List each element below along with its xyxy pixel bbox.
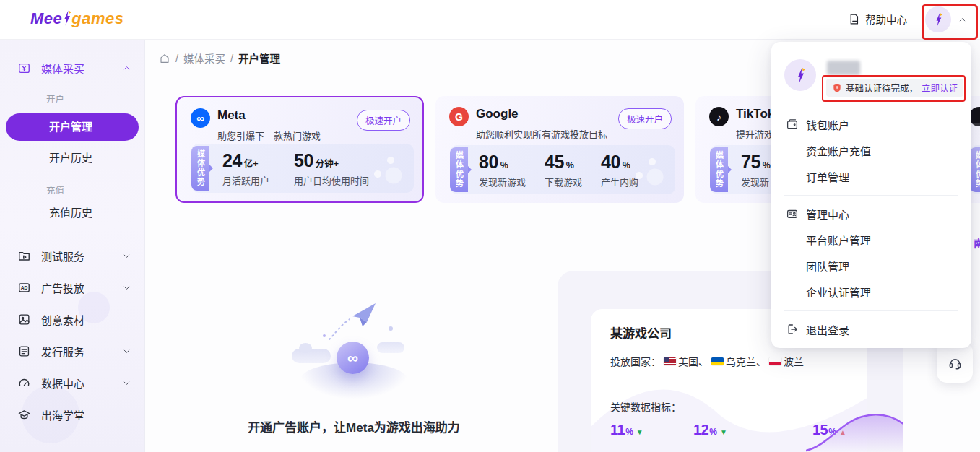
- stat-discover: 75% 发现新: [741, 152, 771, 188]
- stat-value: 80: [479, 152, 498, 173]
- sidebar-item-publishing-service[interactable]: 发行服务: [0, 335, 144, 367]
- stat-unit: %: [623, 160, 630, 170]
- stat-unit: 亿+: [244, 156, 259, 170]
- tag-label: 媒体优势: [195, 149, 207, 187]
- sidebar-item-ad-delivery[interactable]: AD 广告投放: [0, 271, 144, 303]
- shield-alert-icon: [832, 83, 842, 93]
- menu-item-label: 管理中心: [806, 207, 849, 222]
- sidebar-item-open-management[interactable]: 开户管理: [6, 113, 139, 141]
- wallet-icon: [786, 118, 799, 131]
- side-guide-tab[interactable]: 南: [974, 235, 980, 250]
- menu-item-label: 退出登录: [806, 322, 849, 337]
- flag-poland-icon: [769, 357, 781, 365]
- card-title: Google: [476, 107, 519, 121]
- metric-unit: %: [709, 427, 717, 437]
- sidebar-item-label: 广告投放: [41, 280, 84, 295]
- stat-label: 下载游戏: [545, 175, 582, 188]
- flag-us-icon: [664, 357, 676, 365]
- stat-discover: 80% 发现新游戏: [479, 152, 526, 188]
- menu-item-label: 钱包账户: [806, 117, 849, 132]
- media-advantage-band: 媒体优势 24亿+ 月活跃用户 50分钟+ 用户日均使用时间: [191, 144, 414, 193]
- brand-logo[interactable]: Mee games: [30, 9, 124, 29]
- platform-card-google[interactable]: G Google 助您顺利实现所有游戏投放目标 极速开户 媒体优势 80% 发现…: [435, 96, 684, 203]
- graduation-cap-icon: [17, 408, 31, 422]
- quick-open-account-button[interactable]: 极速开户: [357, 110, 410, 131]
- card-subtitle: 助您顺利实现所有游戏投放目标: [476, 127, 607, 141]
- tiktok-icon: ♪: [709, 107, 729, 126]
- country-name: 乌克兰、: [726, 354, 766, 368]
- media-buy-icon: [17, 61, 31, 75]
- metrics-label: 关键数据指标：: [610, 399, 681, 414]
- platform-card-meta[interactable]: ∞ Meta 助您引爆下一款热门游戏 极速开户 媒体优势 24亿+ 月活跃用户 …: [175, 96, 424, 203]
- sidebar-item-label: 测试服务: [41, 248, 84, 264]
- meta-icon: ∞: [191, 108, 210, 128]
- verify-now-link[interactable]: 立即认证: [922, 81, 958, 95]
- stat-value: 40: [601, 152, 620, 173]
- divider: [784, 108, 958, 108]
- home-icon[interactable]: [159, 53, 170, 64]
- sidebar-item-label: 出海学堂: [41, 407, 84, 422]
- sidebar-item-data-center[interactable]: 数据中心: [0, 367, 144, 399]
- cloud-icon: [292, 349, 331, 363]
- menu-item-wallet-account[interactable]: 钱包账户: [786, 111, 961, 137]
- stat-iap: 40% 产生内购: [601, 152, 638, 188]
- menu-item-order-management[interactable]: 订单管理: [806, 163, 961, 189]
- bolt-icon: [796, 66, 805, 85]
- menu-item-logout[interactable]: 退出登录: [786, 316, 961, 342]
- sidebar-item-test-service[interactable]: 测试服务: [0, 240, 144, 271]
- bolt-icon: [935, 12, 942, 27]
- breadcrumb-parent[interactable]: 媒体采买: [183, 51, 225, 66]
- sidebar-item-recharge-history[interactable]: 充值历史: [0, 199, 144, 227]
- chevron-down-icon: [122, 283, 131, 292]
- flag-ukraine-icon: [711, 357, 724, 365]
- sidebar: 媒体采买 开户 开户管理 开户历史 充值 充值历史 测试服务 AD 广告投放: [0, 39, 145, 452]
- help-center-label: 帮助中心: [865, 12, 907, 27]
- breadcrumb: / 媒体采买 / 开户管理: [159, 51, 280, 66]
- card-title: Meta: [217, 108, 246, 123]
- sidebar-item-overseas-academy[interactable]: 出海学堂: [0, 399, 144, 430]
- stat-download: 45% 下载游戏: [545, 152, 582, 188]
- chevron-down-icon: [122, 347, 131, 356]
- card-title: TikTok: [736, 107, 774, 121]
- divider: [784, 195, 958, 196]
- verification-notice-text: 基础认证待完成，: [846, 81, 918, 95]
- bolt-icon: [62, 9, 71, 27]
- help-center-link[interactable]: 帮助中心: [848, 12, 907, 27]
- trend-curve-decor: [806, 410, 903, 452]
- document-lines-icon: [17, 344, 31, 358]
- menu-item-platform-accounts[interactable]: 平台账户管理: [806, 227, 961, 253]
- card-subtitle: 助您引爆下一款热门游戏: [217, 129, 321, 142]
- sidebar-item-creative-assets[interactable]: 创意素材: [0, 303, 144, 335]
- headset-icon: [948, 355, 963, 370]
- breadcrumb-separator: /: [230, 53, 233, 64]
- stat-mau: 24亿+ 月活跃用户: [222, 150, 269, 187]
- chevron-down-icon: [122, 251, 131, 261]
- metric-unit: %: [625, 427, 633, 437]
- customer-service-button[interactable]: [937, 342, 973, 383]
- media-advantage-tag: 媒体优势: [710, 147, 728, 192]
- verification-notice: 基础认证待完成，立即认证: [826, 79, 963, 97]
- avatar: [925, 6, 951, 32]
- menu-item-fund-recharge[interactable]: 资金账户充值: [806, 137, 961, 163]
- chevron-down-icon: [122, 378, 131, 388]
- stat-value: 75: [741, 152, 760, 173]
- menu-item-team-management[interactable]: 团队管理: [806, 253, 961, 279]
- promo-caption: 开通广告账户，让Meta为游戏出海助力: [209, 417, 498, 435]
- breadcrumb-separator: /: [175, 53, 178, 64]
- quick-open-account-button[interactable]: 极速开户: [618, 108, 672, 129]
- sidebar-item-media-buy[interactable]: 媒体采买: [0, 52, 144, 84]
- countries-label: 投放国家：: [610, 354, 661, 368]
- menu-item-enterprise-verification[interactable]: 企业认证管理: [806, 279, 961, 305]
- stat-unit: %: [763, 160, 771, 170]
- trend-down-icon: ▼: [720, 428, 727, 436]
- metric-value: 12: [693, 422, 708, 438]
- chevron-up-icon: [122, 64, 131, 73]
- menu-item-management-center[interactable]: 管理中心: [786, 201, 961, 227]
- google-icon: G: [449, 107, 469, 126]
- sidebar-item-open-history[interactable]: 开户历史: [0, 144, 144, 172]
- metric-2: 12 % ▼: [693, 422, 727, 438]
- sidebar-group-open: 开户: [0, 93, 144, 106]
- gauge-icon: [17, 376, 31, 390]
- stat-unit: %: [566, 160, 574, 170]
- user-avatar-button[interactable]: [925, 6, 967, 32]
